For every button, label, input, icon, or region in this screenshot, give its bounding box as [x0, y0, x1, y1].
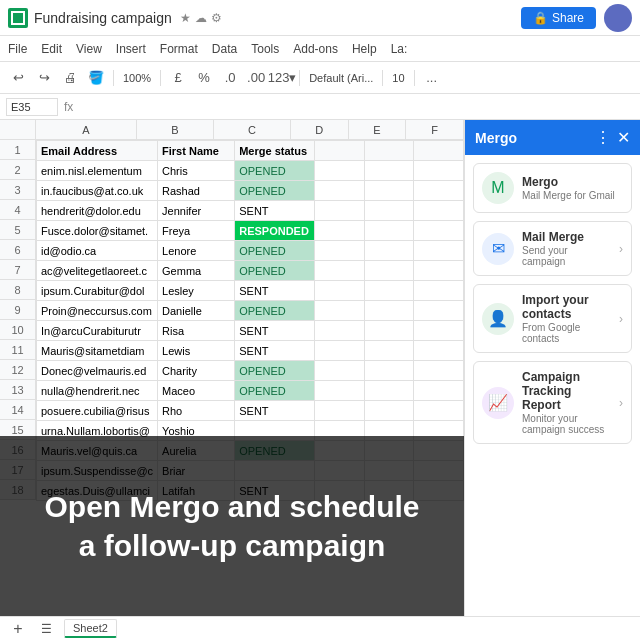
- cell-7-f[interactable]: [414, 261, 464, 281]
- cell-7-b[interactable]: Gemma: [158, 261, 235, 281]
- cell-1-b[interactable]: First Name: [158, 141, 235, 161]
- menu-format[interactable]: Format: [160, 42, 198, 56]
- col-header-f[interactable]: F: [406, 120, 464, 139]
- cell-3-b[interactable]: Rashad: [158, 181, 235, 201]
- cell-7-e[interactable]: [364, 261, 414, 281]
- cell-10-b[interactable]: Risa: [158, 321, 235, 341]
- cell-8-c[interactable]: SENT: [235, 281, 315, 301]
- cell-13-f[interactable]: [414, 381, 464, 401]
- cell-10-d[interactable]: [314, 321, 364, 341]
- cell-10-e[interactable]: [364, 321, 414, 341]
- table-row[interactable]: In@arcuCurabiturutrRisaSENT: [37, 321, 464, 341]
- cell-13-c[interactable]: OPENED: [235, 381, 315, 401]
- panel-section-campaign-report[interactable]: 📈Campaign Tracking ReportMonitor your ca…: [473, 361, 632, 444]
- cell-11-d[interactable]: [314, 341, 364, 361]
- cell-3-f[interactable]: [414, 181, 464, 201]
- cell-5-b[interactable]: Freya: [158, 221, 235, 241]
- table-row[interactable]: Donec@velmauris.edCharityOPENED: [37, 361, 464, 381]
- table-row[interactable]: ac@velitegetlaoreet.cGemmaOPENED: [37, 261, 464, 281]
- cell-12-c[interactable]: OPENED: [235, 361, 315, 381]
- cell-6-b[interactable]: Lenore: [158, 241, 235, 261]
- cell-2-a[interactable]: enim.nisl.elementum: [37, 161, 158, 181]
- cell-7-a[interactable]: ac@velitegetlaoreet.c: [37, 261, 158, 281]
- cell-1-a[interactable]: Email Address: [37, 141, 158, 161]
- panel-section-mail-merge[interactable]: ✉Mail MergeSend your campaign›: [473, 221, 632, 276]
- zoom-control[interactable]: 100%: [119, 72, 155, 84]
- currency-button[interactable]: £: [166, 66, 190, 90]
- document-title[interactable]: Fundraising campaign: [34, 10, 172, 26]
- font-size-selector[interactable]: 10: [388, 72, 408, 84]
- panel-menu-icon[interactable]: ⋮: [595, 128, 611, 147]
- cell-14-e[interactable]: [364, 401, 414, 421]
- cell-11-f[interactable]: [414, 341, 464, 361]
- cell-14-c[interactable]: SENT: [235, 401, 315, 421]
- table-row[interactable]: id@odio.caLenoreOPENED: [37, 241, 464, 261]
- cell-7-c[interactable]: OPENED: [235, 261, 315, 281]
- menu-edit[interactable]: Edit: [41, 42, 62, 56]
- cloud-icon[interactable]: ☁: [195, 11, 207, 25]
- cell-12-d[interactable]: [314, 361, 364, 381]
- cell-12-e[interactable]: [364, 361, 414, 381]
- table-row[interactable]: Fusce.dolor@sitamet.FreyaRESPONDED: [37, 221, 464, 241]
- menu-view[interactable]: View: [76, 42, 102, 56]
- star-icon[interactable]: ★: [180, 11, 191, 25]
- cell-4-c[interactable]: SENT: [235, 201, 315, 221]
- cell-11-c[interactable]: SENT: [235, 341, 315, 361]
- sheet-list-button[interactable]: ☰: [36, 619, 56, 639]
- table-row[interactable]: nulla@hendrerit.necMaceoOPENED: [37, 381, 464, 401]
- cell-6-f[interactable]: [414, 241, 464, 261]
- cell-4-b[interactable]: Jennifer: [158, 201, 235, 221]
- table-row[interactable]: ipsum.Curabitur@dolLesleySENT: [37, 281, 464, 301]
- font-selector[interactable]: Default (Ari...: [305, 72, 377, 84]
- cell-1-e[interactable]: [364, 141, 414, 161]
- cell-14-f[interactable]: [414, 401, 464, 421]
- cell-2-c[interactable]: OPENED: [235, 161, 315, 181]
- decimal-increase-button[interactable]: .00: [244, 66, 268, 90]
- cell-8-d[interactable]: [314, 281, 364, 301]
- cell-13-b[interactable]: Maceo: [158, 381, 235, 401]
- table-row[interactable]: hendrerit@dolor.eduJenniferSENT: [37, 201, 464, 221]
- cell-1-f[interactable]: [414, 141, 464, 161]
- table-row[interactable]: Email AddressFirst NameMerge status: [37, 141, 464, 161]
- cell-3-c[interactable]: OPENED: [235, 181, 315, 201]
- cell-4-e[interactable]: [364, 201, 414, 221]
- cell-5-f[interactable]: [414, 221, 464, 241]
- cell-2-b[interactable]: Chris: [158, 161, 235, 181]
- menu-help[interactable]: Help: [352, 42, 377, 56]
- cell-reference-input[interactable]: E35: [6, 98, 58, 116]
- share-button[interactable]: 🔒 Share: [521, 7, 596, 29]
- col-header-b[interactable]: B: [137, 120, 214, 139]
- cell-12-a[interactable]: Donec@velmauris.ed: [37, 361, 158, 381]
- cell-12-f[interactable]: [414, 361, 464, 381]
- cell-9-a[interactable]: Proin@neccursus.com: [37, 301, 158, 321]
- menu-addons[interactable]: Add-ons: [293, 42, 338, 56]
- menu-tools[interactable]: Tools: [251, 42, 279, 56]
- number-format-button[interactable]: 123▾: [270, 66, 294, 90]
- cell-1-c[interactable]: Merge status: [235, 141, 315, 161]
- cell-8-a[interactable]: ipsum.Curabitur@dol: [37, 281, 158, 301]
- cell-8-b[interactable]: Lesley: [158, 281, 235, 301]
- cell-3-e[interactable]: [364, 181, 414, 201]
- cell-6-d[interactable]: [314, 241, 364, 261]
- cell-13-a[interactable]: nulla@hendrerit.nec: [37, 381, 158, 401]
- cell-4-a[interactable]: hendrerit@dolor.edu: [37, 201, 158, 221]
- panel-section-mergo-main[interactable]: MMergoMail Merge for Gmail: [473, 163, 632, 213]
- panel-close-icon[interactable]: ✕: [617, 128, 630, 147]
- table-row[interactable]: enim.nisl.elementumChrisOPENED: [37, 161, 464, 181]
- cell-14-d[interactable]: [314, 401, 364, 421]
- cell-3-d[interactable]: [314, 181, 364, 201]
- cell-8-e[interactable]: [364, 281, 414, 301]
- sheet-tab-sheet2[interactable]: Sheet2: [64, 619, 117, 638]
- cell-9-c[interactable]: OPENED: [235, 301, 315, 321]
- menu-data[interactable]: Data: [212, 42, 237, 56]
- cell-2-f[interactable]: [414, 161, 464, 181]
- decimal-decrease-button[interactable]: .0: [218, 66, 242, 90]
- cell-5-e[interactable]: [364, 221, 414, 241]
- cell-13-e[interactable]: [364, 381, 414, 401]
- cell-9-f[interactable]: [414, 301, 464, 321]
- cell-9-d[interactable]: [314, 301, 364, 321]
- table-row[interactable]: Mauris@sitametdiamLewisSENT: [37, 341, 464, 361]
- undo-button[interactable]: ↩: [6, 66, 30, 90]
- table-row[interactable]: Proin@neccursus.comDanielleOPENED: [37, 301, 464, 321]
- cell-6-e[interactable]: [364, 241, 414, 261]
